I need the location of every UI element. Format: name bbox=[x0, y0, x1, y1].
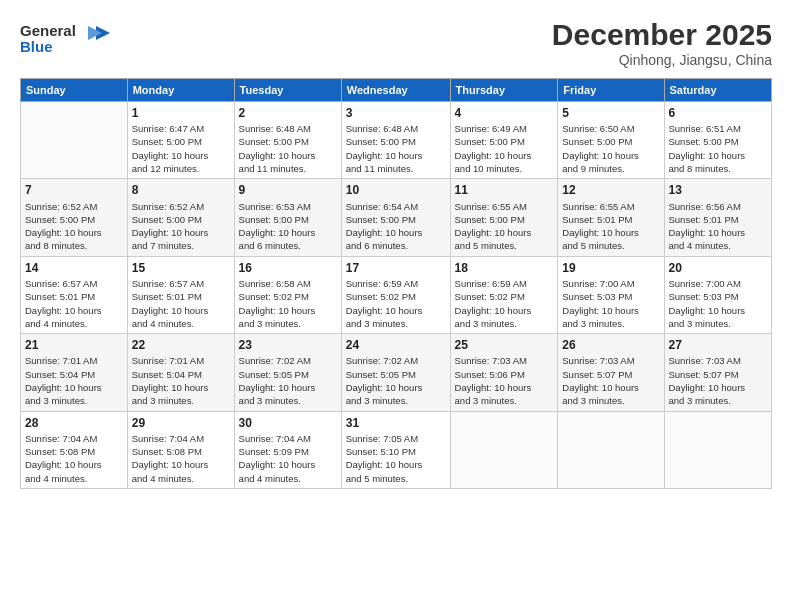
day-number: 23 bbox=[239, 337, 337, 353]
day-info: Sunrise: 6:52 AM Sunset: 5:00 PM Dayligh… bbox=[132, 200, 230, 253]
day-info: Sunrise: 6:59 AM Sunset: 5:02 PM Dayligh… bbox=[346, 277, 446, 330]
day-info: Sunrise: 6:56 AM Sunset: 5:01 PM Dayligh… bbox=[669, 200, 768, 253]
day-info: Sunrise: 6:47 AM Sunset: 5:00 PM Dayligh… bbox=[132, 122, 230, 175]
svg-text:Blue: Blue bbox=[20, 38, 53, 55]
logo-text: General Blue bbox=[20, 18, 110, 64]
calendar-week-row: 21Sunrise: 7:01 AM Sunset: 5:04 PM Dayli… bbox=[21, 334, 772, 411]
day-info: Sunrise: 6:49 AM Sunset: 5:00 PM Dayligh… bbox=[455, 122, 554, 175]
table-row: 12Sunrise: 6:55 AM Sunset: 5:01 PM Dayli… bbox=[558, 179, 664, 256]
table-row: 25Sunrise: 7:03 AM Sunset: 5:06 PM Dayli… bbox=[450, 334, 558, 411]
day-info: Sunrise: 7:03 AM Sunset: 5:07 PM Dayligh… bbox=[669, 354, 768, 407]
day-number: 14 bbox=[25, 260, 123, 276]
day-info: Sunrise: 6:54 AM Sunset: 5:00 PM Dayligh… bbox=[346, 200, 446, 253]
table-row: 8Sunrise: 6:52 AM Sunset: 5:00 PM Daylig… bbox=[127, 179, 234, 256]
day-number: 12 bbox=[562, 182, 659, 198]
table-row: 17Sunrise: 6:59 AM Sunset: 5:02 PM Dayli… bbox=[341, 256, 450, 333]
day-number: 31 bbox=[346, 415, 446, 431]
table-row: 24Sunrise: 7:02 AM Sunset: 5:05 PM Dayli… bbox=[341, 334, 450, 411]
day-info: Sunrise: 7:01 AM Sunset: 5:04 PM Dayligh… bbox=[132, 354, 230, 407]
day-number: 27 bbox=[669, 337, 768, 353]
header-monday: Monday bbox=[127, 79, 234, 102]
table-row: 15Sunrise: 6:57 AM Sunset: 5:01 PM Dayli… bbox=[127, 256, 234, 333]
day-number: 30 bbox=[239, 415, 337, 431]
day-number: 4 bbox=[455, 105, 554, 121]
header-thursday: Thursday bbox=[450, 79, 558, 102]
page: General Blue December 2025 Qinhong, Jian… bbox=[0, 0, 792, 612]
table-row: 19Sunrise: 7:00 AM Sunset: 5:03 PM Dayli… bbox=[558, 256, 664, 333]
day-number: 20 bbox=[669, 260, 768, 276]
table-row: 11Sunrise: 6:55 AM Sunset: 5:00 PM Dayli… bbox=[450, 179, 558, 256]
day-number: 29 bbox=[132, 415, 230, 431]
table-row: 3Sunrise: 6:48 AM Sunset: 5:00 PM Daylig… bbox=[341, 102, 450, 179]
table-row bbox=[21, 102, 128, 179]
day-number: 16 bbox=[239, 260, 337, 276]
day-info: Sunrise: 7:04 AM Sunset: 5:09 PM Dayligh… bbox=[239, 432, 337, 485]
table-row: 18Sunrise: 6:59 AM Sunset: 5:02 PM Dayli… bbox=[450, 256, 558, 333]
day-number: 2 bbox=[239, 105, 337, 121]
header: General Blue December 2025 Qinhong, Jian… bbox=[20, 18, 772, 68]
table-row: 10Sunrise: 6:54 AM Sunset: 5:00 PM Dayli… bbox=[341, 179, 450, 256]
day-info: Sunrise: 7:03 AM Sunset: 5:06 PM Dayligh… bbox=[455, 354, 554, 407]
table-row: 5Sunrise: 6:50 AM Sunset: 5:00 PM Daylig… bbox=[558, 102, 664, 179]
table-row: 14Sunrise: 6:57 AM Sunset: 5:01 PM Dayli… bbox=[21, 256, 128, 333]
table-row: 2Sunrise: 6:48 AM Sunset: 5:00 PM Daylig… bbox=[234, 102, 341, 179]
day-number: 6 bbox=[669, 105, 768, 121]
day-number: 22 bbox=[132, 337, 230, 353]
day-info: Sunrise: 7:02 AM Sunset: 5:05 PM Dayligh… bbox=[239, 354, 337, 407]
table-row: 7Sunrise: 6:52 AM Sunset: 5:00 PM Daylig… bbox=[21, 179, 128, 256]
table-row: 9Sunrise: 6:53 AM Sunset: 5:00 PM Daylig… bbox=[234, 179, 341, 256]
table-row: 30Sunrise: 7:04 AM Sunset: 5:09 PM Dayli… bbox=[234, 411, 341, 488]
table-row: 1Sunrise: 6:47 AM Sunset: 5:00 PM Daylig… bbox=[127, 102, 234, 179]
day-number: 15 bbox=[132, 260, 230, 276]
day-info: Sunrise: 7:01 AM Sunset: 5:04 PM Dayligh… bbox=[25, 354, 123, 407]
day-info: Sunrise: 6:50 AM Sunset: 5:00 PM Dayligh… bbox=[562, 122, 659, 175]
day-number: 24 bbox=[346, 337, 446, 353]
table-row: 13Sunrise: 6:56 AM Sunset: 5:01 PM Dayli… bbox=[664, 179, 772, 256]
day-number: 13 bbox=[669, 182, 768, 198]
day-number: 10 bbox=[346, 182, 446, 198]
day-info: Sunrise: 6:48 AM Sunset: 5:00 PM Dayligh… bbox=[346, 122, 446, 175]
day-info: Sunrise: 6:55 AM Sunset: 5:01 PM Dayligh… bbox=[562, 200, 659, 253]
location-subtitle: Qinhong, Jiangsu, China bbox=[552, 52, 772, 68]
day-info: Sunrise: 6:52 AM Sunset: 5:00 PM Dayligh… bbox=[25, 200, 123, 253]
svg-text:General: General bbox=[20, 22, 76, 39]
table-row: 20Sunrise: 7:00 AM Sunset: 5:03 PM Dayli… bbox=[664, 256, 772, 333]
day-info: Sunrise: 7:05 AM Sunset: 5:10 PM Dayligh… bbox=[346, 432, 446, 485]
day-number: 26 bbox=[562, 337, 659, 353]
calendar-week-row: 7Sunrise: 6:52 AM Sunset: 5:00 PM Daylig… bbox=[21, 179, 772, 256]
calendar-week-row: 1Sunrise: 6:47 AM Sunset: 5:00 PM Daylig… bbox=[21, 102, 772, 179]
day-info: Sunrise: 7:04 AM Sunset: 5:08 PM Dayligh… bbox=[25, 432, 123, 485]
day-number: 9 bbox=[239, 182, 337, 198]
calendar-table: Sunday Monday Tuesday Wednesday Thursday… bbox=[20, 78, 772, 489]
day-info: Sunrise: 7:03 AM Sunset: 5:07 PM Dayligh… bbox=[562, 354, 659, 407]
day-info: Sunrise: 6:58 AM Sunset: 5:02 PM Dayligh… bbox=[239, 277, 337, 330]
header-sunday: Sunday bbox=[21, 79, 128, 102]
day-number: 1 bbox=[132, 105, 230, 121]
header-friday: Friday bbox=[558, 79, 664, 102]
day-info: Sunrise: 7:04 AM Sunset: 5:08 PM Dayligh… bbox=[132, 432, 230, 485]
table-row: 26Sunrise: 7:03 AM Sunset: 5:07 PM Dayli… bbox=[558, 334, 664, 411]
calendar-header-row: Sunday Monday Tuesday Wednesday Thursday… bbox=[21, 79, 772, 102]
table-row bbox=[450, 411, 558, 488]
calendar-week-row: 14Sunrise: 6:57 AM Sunset: 5:01 PM Dayli… bbox=[21, 256, 772, 333]
table-row: 6Sunrise: 6:51 AM Sunset: 5:00 PM Daylig… bbox=[664, 102, 772, 179]
header-tuesday: Tuesday bbox=[234, 79, 341, 102]
table-row: 21Sunrise: 7:01 AM Sunset: 5:04 PM Dayli… bbox=[21, 334, 128, 411]
day-info: Sunrise: 6:57 AM Sunset: 5:01 PM Dayligh… bbox=[132, 277, 230, 330]
header-saturday: Saturday bbox=[664, 79, 772, 102]
day-info: Sunrise: 6:48 AM Sunset: 5:00 PM Dayligh… bbox=[239, 122, 337, 175]
header-wednesday: Wednesday bbox=[341, 79, 450, 102]
day-number: 3 bbox=[346, 105, 446, 121]
table-row: 27Sunrise: 7:03 AM Sunset: 5:07 PM Dayli… bbox=[664, 334, 772, 411]
day-info: Sunrise: 7:02 AM Sunset: 5:05 PM Dayligh… bbox=[346, 354, 446, 407]
day-info: Sunrise: 6:51 AM Sunset: 5:00 PM Dayligh… bbox=[669, 122, 768, 175]
day-number: 7 bbox=[25, 182, 123, 198]
table-row: 28Sunrise: 7:04 AM Sunset: 5:08 PM Dayli… bbox=[21, 411, 128, 488]
day-info: Sunrise: 6:53 AM Sunset: 5:00 PM Dayligh… bbox=[239, 200, 337, 253]
table-row: 31Sunrise: 7:05 AM Sunset: 5:10 PM Dayli… bbox=[341, 411, 450, 488]
table-row: 22Sunrise: 7:01 AM Sunset: 5:04 PM Dayli… bbox=[127, 334, 234, 411]
table-row bbox=[664, 411, 772, 488]
day-number: 11 bbox=[455, 182, 554, 198]
day-info: Sunrise: 6:59 AM Sunset: 5:02 PM Dayligh… bbox=[455, 277, 554, 330]
day-info: Sunrise: 7:00 AM Sunset: 5:03 PM Dayligh… bbox=[562, 277, 659, 330]
